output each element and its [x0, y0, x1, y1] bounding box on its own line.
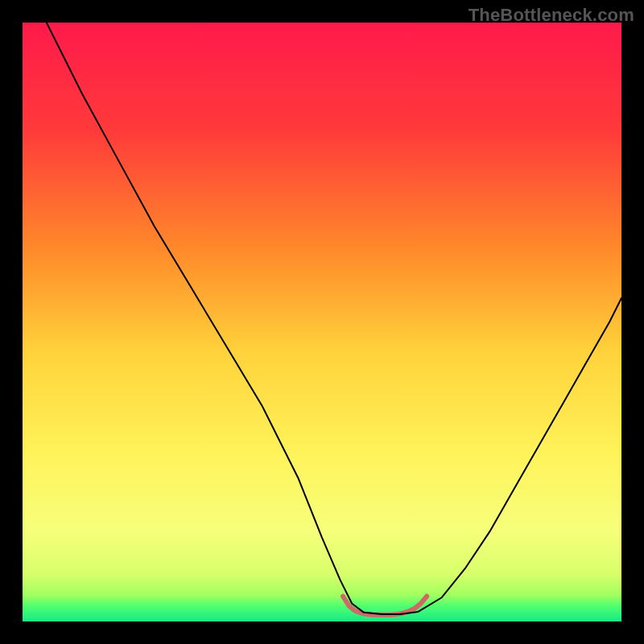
chart-frame: TheBottleneck.com	[0, 0, 644, 644]
watermark-text: TheBottleneck.com	[469, 5, 634, 26]
curve-layer	[23, 23, 621, 621]
bottleneck-curve	[47, 23, 621, 614]
plot-area	[23, 23, 621, 621]
